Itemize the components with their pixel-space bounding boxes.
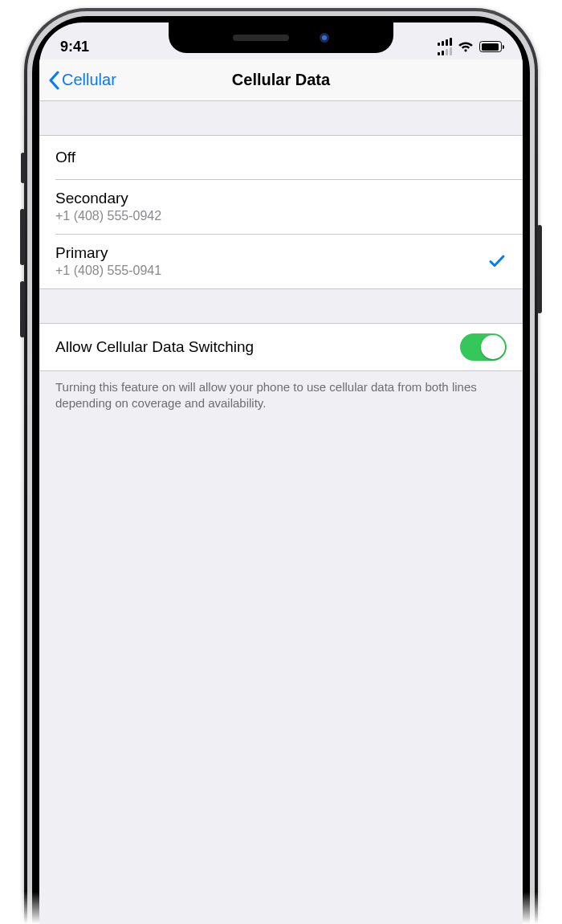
- volume-down-button: [20, 281, 25, 337]
- side-button: [537, 225, 542, 313]
- option-label: Off: [55, 149, 75, 166]
- switching-group: Allow Cellular Data Switching: [39, 323, 523, 371]
- earpiece-speaker: [233, 35, 289, 41]
- wifi-icon: [458, 41, 474, 52]
- section-spacer: [39, 289, 523, 323]
- notch: [169, 22, 393, 53]
- back-label: Cellular: [62, 71, 116, 89]
- switching-label: Allow Cellular Data Switching: [55, 338, 254, 356]
- option-secondary[interactable]: Secondary +1 (408) 555-0942: [39, 179, 523, 234]
- option-primary[interactable]: Primary +1 (408) 555-0941: [39, 234, 523, 288]
- option-number: +1 (408) 555-0942: [55, 209, 161, 223]
- screen: 9:41: [39, 22, 523, 924]
- nav-bar: Cellular Cellular Data: [39, 59, 523, 101]
- checkmark-icon: [487, 251, 507, 271]
- option-off[interactable]: Off: [39, 136, 523, 179]
- option-label: Primary: [55, 244, 161, 262]
- back-button[interactable]: Cellular: [47, 71, 116, 90]
- dual-signal-icon: [438, 38, 452, 55]
- front-camera: [320, 33, 329, 43]
- volume-up-button: [20, 209, 25, 265]
- chevron-left-icon: [47, 71, 60, 90]
- switching-footer: Turning this feature on will allow your …: [39, 371, 523, 420]
- battery-icon: [479, 41, 502, 52]
- allow-switching-row[interactable]: Allow Cellular Data Switching: [39, 324, 523, 370]
- switching-toggle[interactable]: [460, 333, 507, 361]
- section-spacer: [39, 101, 523, 135]
- option-number: +1 (408) 555-0941: [55, 264, 161, 278]
- status-time: 9:41: [60, 39, 89, 55]
- option-label: Secondary: [55, 190, 161, 207]
- data-line-group: Off Secondary +1 (408) 555-0942 Primary …: [39, 135, 523, 289]
- mute-switch: [21, 153, 25, 183]
